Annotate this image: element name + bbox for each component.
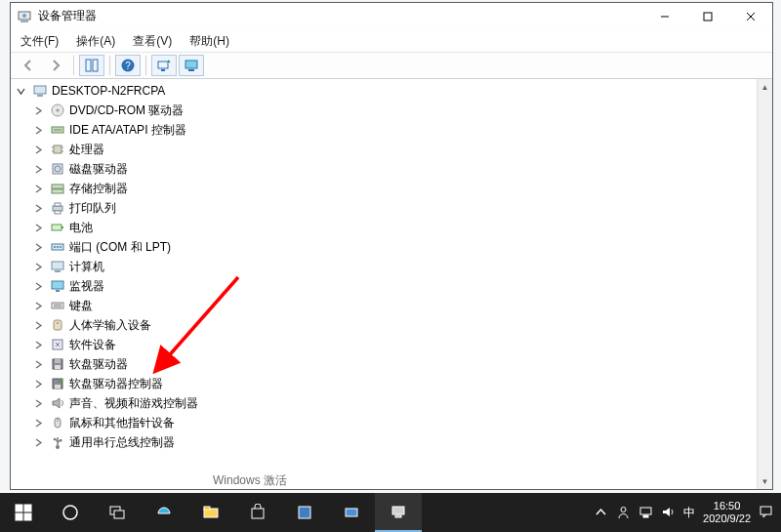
menu-view[interactable]: 查看(V) [129,32,176,51]
close-button[interactable] [729,3,772,30]
audio-icon [50,395,65,411]
store-icon[interactable] [234,493,281,532]
expander-icon[interactable] [30,126,46,135]
menu-file[interactable]: 文件(F) [17,32,62,51]
expander-icon[interactable] [30,184,46,193]
tree-item[interactable]: 鼠标和其他指针设备 [11,413,757,432]
tree-item-label: 人体学输入设备 [69,317,151,334]
usb-icon [50,434,65,450]
forward-button[interactable] [43,55,68,76]
svg-rect-4 [704,13,712,20]
tree-item-label: 计算机 [69,259,104,275]
help-button[interactable]: ? [115,55,141,76]
taskbar[interactable]: 中 16:50 2020/9/22 [0,493,781,532]
clock[interactable]: 16:50 2020/9/22 [703,500,751,524]
minimize-button[interactable] [643,3,686,30]
details-button[interactable] [79,55,104,76]
tree-item[interactable]: 声音、视频和游戏控制器 [11,393,757,413]
svg-rect-53 [55,385,61,389]
svg-point-57 [56,445,60,449]
app1-icon[interactable] [281,493,328,532]
tree-item[interactable]: 软盘驱动器控制器 [11,374,757,393]
tree-item-label: 键盘 [69,298,93,314]
tree-item[interactable]: 磁盘驱动器 [11,159,757,179]
tree-item[interactable]: 软盘驱动器 [11,354,757,374]
expander-icon[interactable] [30,106,46,115]
edge-icon[interactable] [141,493,187,532]
svg-rect-72 [204,507,210,510]
tree-item[interactable]: 处理器 [11,140,757,159]
scroll-up-button[interactable]: ▲ [758,79,772,95]
scan-hardware-button[interactable] [151,55,177,76]
svg-rect-76 [392,507,404,514]
back-button[interactable] [16,55,41,76]
volume-icon[interactable] [661,505,676,521]
file-explorer-icon[interactable] [187,493,234,532]
svg-rect-12 [161,69,165,71]
expander-icon[interactable] [30,341,46,349]
svg-rect-21 [54,145,62,153]
computer-icon [32,83,48,99]
network-icon[interactable] [638,505,653,521]
device-manager-taskbar-icon[interactable] [375,493,422,532]
tree-item[interactable]: 计算机 [11,257,757,276]
start-button[interactable] [0,493,47,532]
svg-rect-30 [53,206,62,211]
tree-item-label: DVD/CD-ROM 驱动器 [69,102,184,119]
ime-indicator[interactable]: 中 [683,505,695,521]
svg-rect-64 [16,505,22,512]
titlebar[interactable]: 设备管理器 [11,3,772,30]
expander-icon[interactable] [30,399,46,408]
svg-rect-16 [37,95,43,97]
tree-item[interactable]: 监视器 [11,276,757,296]
tray-chevron-icon[interactable] [594,505,608,521]
tree-item-label: 磁盘驱动器 [69,161,128,178]
people-icon[interactable] [616,505,631,521]
tree-item[interactable]: IDE ATA/ATAPI 控制器 [11,120,757,140]
cortana-button[interactable] [47,493,94,532]
scroll-down-button[interactable]: ▼ [758,473,772,489]
expander-icon[interactable] [30,360,46,369]
expander-icon[interactable] [30,204,46,213]
vertical-scrollbar[interactable]: ▲ ▼ [757,79,772,489]
expander-icon[interactable] [30,419,46,428]
task-view-button[interactable] [94,493,141,532]
expander-icon[interactable] [30,224,46,232]
tree-item[interactable]: 软件设备 [11,335,757,354]
expander-icon[interactable] [30,263,46,271]
menu-action[interactable]: 操作(A) [72,32,119,51]
svg-rect-14 [188,69,194,71]
expander-icon[interactable] [13,87,28,96]
app2-icon[interactable] [328,493,375,532]
tree-item[interactable]: DVD/CD-ROM 驱动器 [11,101,757,120]
svg-rect-62 [60,439,62,441]
svg-rect-77 [395,515,401,517]
expander-icon[interactable] [30,380,46,389]
device-tree[interactable]: DESKTOP-N2FRCPADVD/CD-ROM 驱动器IDE ATA/ATA… [11,79,757,489]
expander-icon[interactable] [30,165,46,174]
expander-icon[interactable] [30,145,46,154]
maximize-button[interactable] [686,3,729,30]
svg-rect-11 [158,61,168,68]
svg-rect-41 [52,281,63,289]
expander-icon[interactable] [30,282,46,291]
tree-item[interactable]: 键盘 [11,296,757,315]
expander-icon[interactable] [30,438,46,447]
expander-icon[interactable] [30,302,46,310]
system-tray[interactable]: 中 16:50 2020/9/22 [586,500,781,524]
keyboard-icon [50,298,65,313]
tree-item[interactable]: 端口 (COM 和 LPT) [11,237,757,257]
tree-item[interactable]: 人体学输入设备 [11,315,757,335]
tree-item[interactable]: 存储控制器 [11,179,757,198]
tree-item[interactable]: 打印队列 [11,198,757,218]
tree-item[interactable]: 电池 [11,218,757,237]
tree-item-label: 软盘驱动器 [69,356,128,373]
expander-icon[interactable] [30,321,46,330]
menu-help[interactable]: 帮助(H) [185,32,233,51]
tree-item[interactable]: 通用串行总线控制器 [11,432,757,452]
monitor-button[interactable] [179,55,204,76]
expander-icon[interactable] [30,243,46,252]
tree-item-label: IDE ATA/ATAPI 控制器 [69,122,186,139]
tree-root[interactable]: DESKTOP-N2FRCPA [11,81,757,101]
notifications-icon[interactable] [759,505,773,521]
